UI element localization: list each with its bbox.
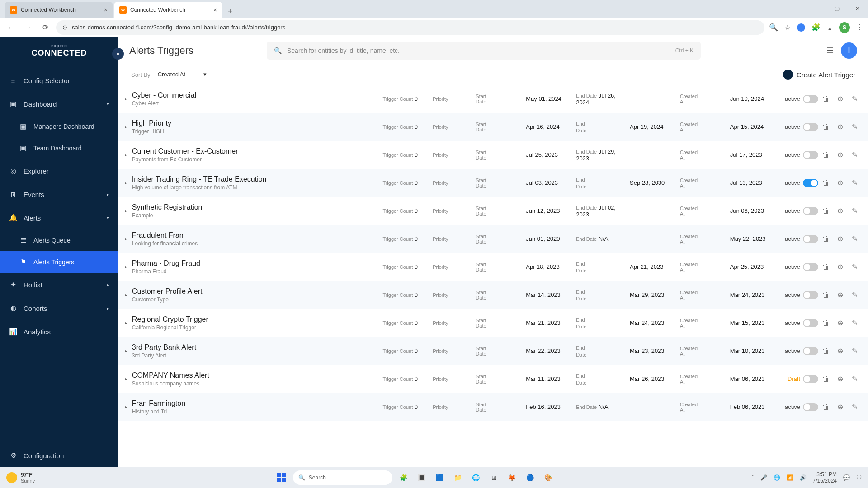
- sidebar-item-dashboard[interactable]: ▣Dashboard▾: [0, 92, 118, 116]
- weather-widget[interactable]: 97°F Sunny: [6, 472, 79, 483]
- trigger-row[interactable]: ▸ Customer Profile Alert Customer Type T…: [118, 281, 868, 309]
- download-icon[interactable]: ⊕: [833, 291, 848, 299]
- tb-app-icon[interactable]: ⊞: [487, 471, 501, 484]
- expand-icon[interactable]: ▸: [125, 152, 132, 158]
- edit-icon[interactable]: ✎: [847, 403, 862, 411]
- download-icon[interactable]: ⊕: [833, 150, 848, 159]
- active-toggle[interactable]: [803, 375, 819, 383]
- trigger-row[interactable]: ▸ Fran Farmington History and Tri Trigge…: [118, 393, 868, 421]
- active-toggle[interactable]: [803, 151, 819, 159]
- collapse-sidebar-button[interactable]: «: [112, 48, 124, 60]
- delete-icon[interactable]: 🗑: [819, 235, 833, 243]
- search-input[interactable]: 🔍 Search for entities by id, title, name…: [267, 42, 701, 60]
- expand-icon[interactable]: ▸: [125, 292, 132, 298]
- profile-avatar[interactable]: S: [839, 22, 850, 33]
- tb-app-icon[interactable]: 🔵: [524, 471, 537, 484]
- active-toggle[interactable]: [803, 123, 819, 131]
- edit-icon[interactable]: ✎: [847, 291, 862, 299]
- expand-icon[interactable]: ▸: [125, 208, 132, 214]
- edit-icon[interactable]: ✎: [847, 94, 862, 103]
- sidebar-item-alerts[interactable]: 🔔Alerts▾: [0, 206, 118, 230]
- tray-icon[interactable]: 🛡: [856, 474, 862, 481]
- active-toggle[interactable]: [803, 95, 819, 103]
- mic-icon[interactable]: 🎤: [760, 474, 767, 481]
- edit-icon[interactable]: ✎: [847, 347, 862, 355]
- download-icon[interactable]: ⊕: [833, 403, 848, 411]
- url-input[interactable]: ⊙ sales-demos.connected-fi.com/?config=d…: [56, 20, 764, 35]
- browser-tab[interactable]: WConnected Workbench×: [114, 2, 222, 18]
- create-trigger-button[interactable]: + Create Alert Trigger: [783, 70, 855, 80]
- sidebar-item-events[interactable]: 🗓Events▸: [0, 183, 118, 206]
- trigger-row[interactable]: ▸ Cyber - Commercial Cyber Alert Trigger…: [118, 85, 868, 113]
- delete-icon[interactable]: 🗑: [819, 263, 833, 271]
- active-toggle[interactable]: [803, 403, 819, 411]
- tb-app-icon[interactable]: 🦊: [505, 471, 519, 484]
- download-icon[interactable]: ⊕: [833, 263, 848, 271]
- trigger-row[interactable]: ▸ Insider Trading Ring - TE Trade Execut…: [118, 169, 868, 197]
- sidebar-item-configuration[interactable]: ⚙ Configuration: [0, 444, 118, 467]
- active-toggle[interactable]: [803, 263, 819, 271]
- edit-icon[interactable]: ✎: [847, 178, 862, 187]
- sort-select[interactable]: Created At ▾: [157, 69, 208, 80]
- tray-chevron-icon[interactable]: ˄: [751, 474, 754, 481]
- sidebar-item-cohorts[interactable]: ◐Cohorts▸: [0, 296, 118, 320]
- download-icon[interactable]: ⊕: [833, 347, 848, 355]
- trigger-row[interactable]: ▸ Current Customer - Ex-Customer Payment…: [118, 141, 868, 169]
- browser-tab[interactable]: WConnected Workbench×: [5, 2, 113, 18]
- site-info-icon[interactable]: ⊙: [62, 24, 67, 31]
- expand-icon[interactable]: ▸: [125, 264, 132, 270]
- delete-icon[interactable]: 🗑: [819, 403, 833, 411]
- tb-app-icon[interactable]: 🌐: [469, 471, 483, 484]
- sidebar-item-team-dashboard[interactable]: ▣Team Dashboard: [0, 137, 118, 159]
- expand-icon[interactable]: ▸: [125, 96, 132, 102]
- reload-button[interactable]: ⟳: [39, 21, 52, 34]
- expand-icon[interactable]: ▸: [125, 348, 132, 354]
- download-icon[interactable]: ⊕: [833, 375, 848, 383]
- trigger-row[interactable]: ▸ Regional Crypto Trigger California Reg…: [118, 309, 868, 337]
- tb-app-icon[interactable]: 📁: [451, 471, 465, 484]
- sidebar-item-analytics[interactable]: 📊Analytics: [0, 320, 118, 343]
- active-toggle[interactable]: [803, 235, 819, 243]
- sidebar-item-config-selector[interactable]: ≡Config Selector: [0, 69, 118, 92]
- download-icon[interactable]: ⊕: [833, 319, 848, 327]
- delete-icon[interactable]: 🗑: [819, 151, 833, 159]
- user-avatar[interactable]: I: [841, 42, 857, 59]
- trigger-row[interactable]: ▸ Fraudulent Fran Looking for financial …: [118, 225, 868, 253]
- edit-icon[interactable]: ✎: [847, 263, 862, 271]
- minimize-button[interactable]: ─: [806, 0, 826, 17]
- delete-icon[interactable]: 🗑: [819, 95, 833, 103]
- bookmark-icon[interactable]: ☆: [784, 23, 791, 32]
- active-toggle[interactable]: [803, 347, 819, 355]
- close-icon[interactable]: ×: [104, 6, 108, 14]
- trigger-row[interactable]: ▸ Synthetic Registration Example Trigger…: [118, 197, 868, 225]
- extension-icon[interactable]: [797, 23, 805, 32]
- tb-app-icon[interactable]: 🎨: [542, 471, 555, 484]
- expand-icon[interactable]: ▸: [125, 180, 132, 186]
- expand-icon[interactable]: ▸: [125, 376, 132, 382]
- delete-icon[interactable]: 🗑: [819, 207, 833, 215]
- edit-icon[interactable]: ✎: [847, 206, 862, 215]
- queue-icon[interactable]: ☰: [826, 46, 834, 56]
- zoom-icon[interactable]: 🔍: [769, 23, 778, 32]
- active-toggle[interactable]: [803, 319, 819, 327]
- puzzle-icon[interactable]: 🧩: [811, 23, 821, 32]
- trigger-row[interactable]: ▸ 3rd Party Bank Alert 3rd Party Alert T…: [118, 337, 868, 365]
- sidebar-item-hotlist[interactable]: ✦Hotlist▸: [0, 273, 118, 296]
- trigger-row[interactable]: ▸ Pharma - Drug Fraud Pharma Fraud Trigg…: [118, 253, 868, 281]
- forward-button[interactable]: →: [22, 21, 34, 34]
- expand-icon[interactable]: ▸: [125, 124, 132, 130]
- download-icon[interactable]: ⊕: [833, 178, 848, 187]
- sidebar-item-explorer[interactable]: ◎Explorer: [0, 159, 118, 183]
- delete-icon[interactable]: 🗑: [819, 347, 833, 355]
- edit-icon[interactable]: ✎: [847, 150, 862, 159]
- expand-icon[interactable]: ▸: [125, 236, 132, 242]
- menu-icon[interactable]: ⋮: [856, 23, 863, 32]
- download-icon[interactable]: ⊕: [833, 94, 848, 103]
- trigger-list[interactable]: ▸ Cyber - Commercial Cyber Alert Trigger…: [118, 85, 868, 467]
- notifications-icon[interactable]: 💬: [843, 474, 850, 481]
- back-button[interactable]: ←: [5, 21, 17, 34]
- taskbar-search[interactable]: 🔍 Search: [293, 470, 392, 485]
- clock[interactable]: 3:51 PM 7/16/2024: [813, 471, 837, 484]
- sidebar-item-managers-dashboard[interactable]: ▣Managers Dashboard: [0, 116, 118, 137]
- tb-app-icon[interactable]: 🧩: [397, 471, 410, 484]
